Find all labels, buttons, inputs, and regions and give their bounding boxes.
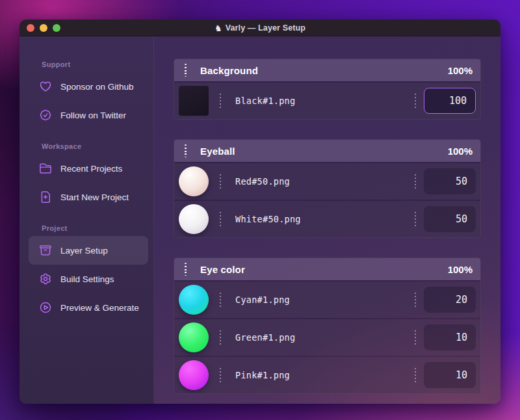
sidebar-item-recent-projects[interactable]: Recent Projects [29,154,148,183]
layer-group-background: Background 100% Black#1.png [174,59,481,120]
sidebar-section-workspace: Workspace Recent Projects Start New Proj… [29,142,148,211]
sidebar-section-label: Workspace [42,142,148,150]
layer-group-header[interactable]: Eyeball 100% [174,140,480,162]
document-plus-icon [39,190,52,203]
dotted-separator-icon [415,293,416,307]
layer-weight-input[interactable] [424,206,476,232]
badge-check-icon [39,109,52,122]
sidebar-item-start-new-project[interactable]: Start New Project [29,183,148,211]
folder-icon [39,162,52,175]
dotted-separator-icon [415,94,416,108]
layer-weight-input[interactable] [424,88,476,114]
dotted-separator-icon [415,330,416,345]
sidebar-item-label: Start New Project [60,192,129,202]
layer-weight-input[interactable] [424,362,476,388]
unicorn-icon: ♞ [214,23,222,33]
layer-row-red-50-png: Red#50.png [174,163,480,200]
cyan-sphere-thumbnail [179,285,209,315]
window-title-text: Varly — Layer Setup [226,23,306,33]
layer-group-eye-color: Eye color 100% Cyan#1.png Green#1.png Pi… [174,257,481,394]
title-bar[interactable]: ♞ Varly — Layer Setup [20,20,500,36]
dotted-separator-icon [220,94,221,108]
window-title: ♞ Varly — Layer Setup [20,23,500,33]
traffic-lights [27,24,60,32]
layer-row-cyan-1-png: Cyan#1.png [174,282,480,318]
layer-row-green-1-png: Green#1.png [174,319,480,356]
layer-group-weight: 100% [448,264,473,275]
dotted-separator-icon [220,368,221,382]
layer-filename: Cyan#1.png [235,295,415,305]
sidebar-item-label: Build Settings [60,274,114,284]
dotted-separator-icon [415,368,416,382]
sidebar-item-sponsor-on-github[interactable]: Sponsor on Github [29,72,148,101]
layer-row-pink-1-png: Pink#1.png [174,357,480,393]
sidebar-item-follow-on-twitter[interactable]: Follow on Twitter [29,101,148,129]
green-sphere-thumbnail [179,322,209,352]
sidebar-item-build-settings[interactable]: Build Settings [29,265,148,293]
red-sphere-thumbnail [179,166,209,196]
gear-icon [39,272,52,285]
layer-group-name: Eye color [200,264,448,275]
dotted-separator-icon [220,330,221,345]
layer-group-weight: 100% [448,146,473,157]
layer-filename: Green#1.png [235,332,415,343]
layer-group-name: Eyeball [200,146,448,157]
layer-group-header[interactable]: Eye color 100% [174,258,480,280]
black-square-thumbnail [179,86,209,116]
layer-filename: Pink#1.png [235,370,415,380]
layer-filename: Black#1.png [235,96,415,106]
drag-handle-icon[interactable] [185,144,187,157]
sidebar-section-support: Support Sponsor on Github Follow on Twit… [29,60,148,129]
sidebar-item-layer-setup[interactable]: Layer Setup [29,236,148,265]
play-circle-icon [39,301,52,314]
layer-filename: Red#50.png [235,176,415,187]
layer-group-header[interactable]: Background 100% [174,59,480,81]
sidebar-item-label: Follow on Twitter [60,111,126,120]
maximize-button[interactable] [53,24,60,32]
sidebar-item-label: Recent Projects [60,164,122,174]
layer-weight-input[interactable] [424,287,476,313]
sidebar: Support Sponsor on Github Follow on Twit… [20,36,154,404]
archive-box-icon [39,244,52,257]
drag-handle-icon[interactable] [185,64,187,77]
layers-panel: Background 100% Black#1.png Eyeball 100%… [154,36,500,404]
heart-icon [39,80,52,93]
layer-filename: White#50.png [235,214,415,224]
layer-group-weight: 100% [448,65,473,76]
dotted-separator-icon [415,212,416,226]
drag-handle-icon[interactable] [185,263,187,276]
sidebar-item-label: Preview & Generate [60,303,139,313]
dotted-separator-icon [220,212,221,226]
layer-row-black-1-png: Black#1.png [174,83,480,119]
layer-group-name: Background [200,65,448,76]
desktop-background: { "window": { "title": "Varly — Layer Se… [0,0,520,420]
white-sphere-thumbnail [179,204,209,234]
sidebar-item-label: Layer Setup [60,246,108,256]
dotted-separator-icon [220,174,221,189]
sidebar-section-label: Support [42,60,148,68]
close-button[interactable] [27,24,34,32]
layer-weight-input[interactable] [424,324,476,350]
minimize-button[interactable] [40,24,47,32]
dotted-separator-icon [220,293,221,307]
pink-sphere-thumbnail [179,360,209,390]
dotted-separator-icon [415,174,416,189]
layer-group-eyeball: Eyeball 100% Red#50.png White#50.png [174,139,481,238]
layer-row-white-50-png: White#50.png [174,201,480,237]
app-window: ♞ Varly — Layer Setup Support Sponsor on… [20,20,500,404]
sidebar-section-label: Project [42,224,148,232]
sidebar-item-preview-generate[interactable]: Preview & Generate [29,293,148,322]
sidebar-item-label: Sponsor on Github [60,82,134,92]
sidebar-section-project: Project Layer Setup Build Settings Previ… [29,224,148,322]
layer-weight-input[interactable] [424,168,476,194]
